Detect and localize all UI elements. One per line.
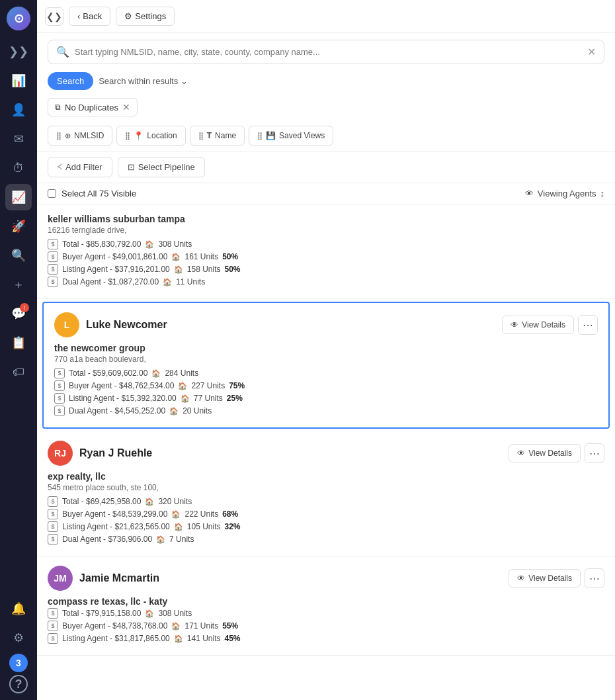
- sidebar-item-add[interactable]: ＋: [5, 271, 32, 298]
- home-icon-kw-buyer: 🏠: [171, 253, 181, 261]
- dollar-icon-luke-total: $: [54, 368, 65, 378]
- kw-stat-listing-label: Listing Agent - $37,916,201.00: [62, 265, 170, 274]
- search-within-arrow-icon: ⌄: [181, 76, 188, 86]
- settings-button[interactable]: ⚙ Settings: [116, 7, 175, 26]
- kw-stat-buyer-pct: 50%: [222, 252, 238, 261]
- select-all-label[interactable]: Select All 75 Visible: [48, 189, 136, 198]
- search-tab[interactable]: Search: [48, 72, 93, 90]
- luke-stat-buyer-label: Buyer Agent - $48,762,534.00: [69, 381, 174, 390]
- home-icon-kw-dual: 🏠: [163, 278, 172, 286]
- sidebar-item-dashboard[interactable]: 📊: [5, 67, 32, 94]
- search-bar-icon: 🔍: [56, 46, 69, 58]
- sidebar-item-settings[interactable]: ⚙: [5, 625, 32, 651]
- sidebar-item-inbox[interactable]: ✉: [5, 126, 32, 152]
- agents-list: keller williams suburban tampa 16216 ter…: [37, 204, 615, 700]
- ryan-stat-buyer-pct: 68%: [222, 509, 238, 519]
- luke-stat-dual-units: 20 Units: [183, 406, 212, 416]
- sidebar-item-chat[interactable]: 💬 !: [5, 300, 32, 327]
- ryan-avatar-initials: RJ: [54, 448, 66, 459]
- ryan-view-details-button[interactable]: 👁 View Details: [509, 444, 581, 462]
- luke-stat-listing: $ Listing Agent - $15,392,320.00 🏠 77 Un…: [54, 393, 598, 404]
- jamie-stat-listing-units: 141 Units: [187, 634, 221, 643]
- sidebar-item-contacts[interactable]: 👤: [5, 97, 32, 123]
- search-clear-icon[interactable]: ✕: [587, 46, 596, 58]
- dollar-icon-jamie-listing: $: [48, 633, 58, 644]
- select-pipeline-button[interactable]: ⊡ Select Pipeline: [118, 157, 205, 177]
- ryan-stat-buyer-units: 222 Units: [184, 509, 218, 519]
- sidebar: ⊙ ❯❯ 📊 👤 ✉ ⏱ 📈 🚀 🔍 ＋ 💬 ! 📋 🏷 🔔 ⚙ 3 ?: [0, 0, 37, 700]
- jamie-view-details-label: View Details: [528, 574, 572, 583]
- select-all-checkbox[interactable]: [48, 189, 56, 198]
- settings-label: Settings: [135, 11, 166, 21]
- jamie-header: JM Jamie Mcmartin 👁 View Details ⋯: [48, 566, 604, 591]
- kw-stat-dual: $ Dual Agent - $1,087,270.00 🏠 11 Units: [48, 277, 604, 287]
- name-t-icon: T: [207, 131, 212, 140]
- sidebar-item-badge-3[interactable]: 3: [9, 654, 28, 672]
- jamie-stat-buyer: $ Buyer Agent - $48,738,768.00 🏠 171 Uni…: [48, 621, 604, 631]
- sidebar-item-docs[interactable]: 📋: [5, 329, 32, 356]
- luke-stat-buyer-units: 227 Units: [191, 381, 225, 390]
- jamie-identity: JM Jamie Mcmartin: [48, 566, 159, 591]
- add-filter-button[interactable]: ⧼ Add Filter: [48, 157, 112, 177]
- col-tab-saved-views[interactable]: ⣿ 💾 Saved Views: [249, 126, 333, 146]
- ryan-stat-dual: $ Dual Agent - $736,906.00 🏠 7 Units: [48, 534, 604, 545]
- luke-stat-buyer: $ Buyer Agent - $48,762,534.00 🏠 227 Uni…: [54, 380, 598, 391]
- col-tab-name[interactable]: ⣿ T Name: [190, 126, 245, 146]
- nmlsid-sub-icon: ⊕: [65, 132, 71, 140]
- jamie-stat-total-label: Total - $79,915,158.00: [62, 609, 141, 618]
- kw-stat-dual-label: Dual Agent - $1,087,270.00: [62, 277, 159, 286]
- search-within-btn[interactable]: Search within results ⌄: [99, 76, 188, 86]
- sidebar-item-search[interactable]: 🔍: [5, 242, 32, 269]
- sidebar-item-bell[interactable]: 🔔: [5, 595, 32, 622]
- luke-company-name: the newcomer group: [54, 343, 598, 353]
- eye-icon-ryan: 👁: [517, 449, 525, 458]
- sidebar-collapse-btn[interactable]: ❯❯: [5, 38, 32, 65]
- kw-address: 16216 ternglade drive,: [48, 226, 604, 235]
- nmlsid-grid-icon: ⣿: [56, 132, 62, 140]
- dollar-icon-kw-total: $: [48, 239, 58, 249]
- luke-more-button[interactable]: ⋯: [578, 315, 598, 335]
- col-tab-location[interactable]: ⣿ 📍 Location: [116, 126, 185, 146]
- kw-company-name: keller williams suburban tampa: [48, 214, 604, 224]
- jamie-view-details-button[interactable]: 👁 View Details: [509, 569, 581, 588]
- agent-card-jamie: JM Jamie Mcmartin 👁 View Details ⋯ compa…: [37, 556, 615, 656]
- luke-stat-listing-pct: 25%: [227, 394, 243, 403]
- ryan-stat-listing: $ Listing Agent - $21,623,565.00 🏠 105 U…: [48, 521, 604, 532]
- search-input[interactable]: [75, 47, 582, 57]
- sidebar-item-tags[interactable]: 🏷: [5, 359, 32, 385]
- main-content: ❮❯ ‹ Back ⚙ Settings 🔍 ✕ Search Search w…: [37, 0, 615, 700]
- agent-card-luke: L Luke Newcomer 👁 View Details ⋯ the new…: [42, 302, 610, 429]
- sidebar-item-help[interactable]: ?: [9, 675, 28, 693]
- remove-no-duplicates-button[interactable]: ✕: [122, 102, 130, 112]
- jamie-stat-total: $ Total - $79,915,158.00 🏠 308 Units: [48, 608, 604, 619]
- home-icon-kw-listing: 🏠: [174, 265, 183, 274]
- dollar-icon-kw-listing: $: [48, 264, 58, 275]
- search-container: 🔍 ✕: [37, 33, 615, 68]
- name-grid-icon: ⣿: [198, 132, 204, 140]
- luke-stat-listing-units: 77 Units: [194, 394, 223, 403]
- ryan-more-button[interactable]: ⋯: [585, 443, 604, 463]
- sidebar-item-clock[interactable]: ⏱: [5, 155, 32, 181]
- back-button[interactable]: ‹ Back: [69, 7, 110, 26]
- sidebar-item-rocket[interactable]: 🚀: [5, 213, 32, 240]
- more-dots-icon-ryan: ⋯: [589, 447, 600, 460]
- col-tab-nmlsid[interactable]: ⣿ ⊕ NMLSID: [48, 126, 112, 146]
- jamie-more-button[interactable]: ⋯: [585, 568, 604, 588]
- viewing-agents-button[interactable]: 👁 Viewing Agents ↕: [525, 189, 604, 198]
- jamie-actions: 👁 View Details ⋯: [509, 568, 604, 588]
- ryan-stat-listing-label: Listing Agent - $21,623,565.00: [62, 522, 170, 531]
- nmlsid-label: NMLSID: [74, 131, 104, 140]
- luke-address: 770 a1a beach boulevard,: [54, 355, 598, 364]
- chat-badge: !: [20, 303, 29, 312]
- collapse-button[interactable]: ❮❯: [45, 7, 63, 26]
- ryan-stat-buyer-label: Buyer Agent - $48,539,299.00: [62, 509, 167, 519]
- sidebar-item-analytics[interactable]: 📈: [5, 184, 32, 210]
- agent-card-kw: keller williams suburban tampa 16216 ter…: [37, 204, 615, 299]
- ryan-view-details-label: View Details: [528, 449, 572, 458]
- dollar-icon-jamie-total: $: [48, 608, 58, 619]
- select-pipeline-label: Select Pipeline: [138, 162, 195, 172]
- dollar-icon-ryan-buyer: $: [48, 509, 58, 519]
- luke-view-details-button[interactable]: 👁 View Details: [502, 316, 574, 334]
- home-icon-ryan-buyer: 🏠: [171, 510, 181, 519]
- more-dots-icon-luke: ⋯: [583, 319, 593, 331]
